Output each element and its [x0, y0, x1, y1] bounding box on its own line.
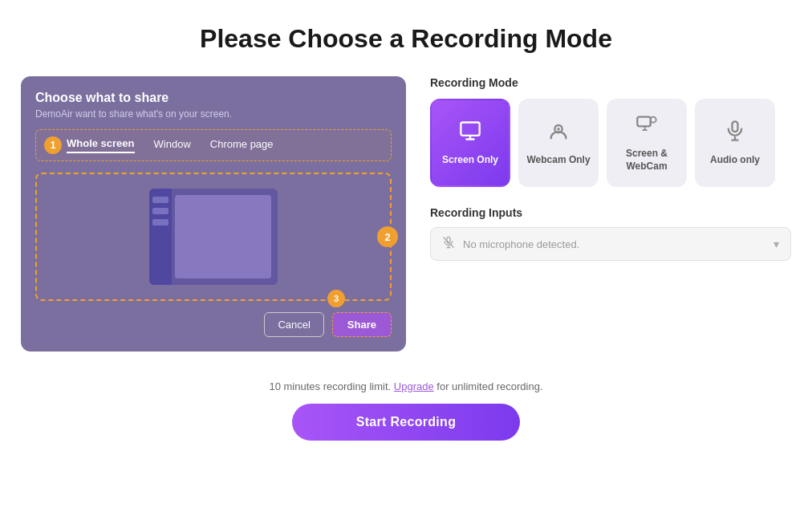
tab-chrome-page[interactable]: Chrome page [210, 138, 274, 152]
mockup-main [175, 195, 271, 278]
microphone-placeholder-text: No microphone detected. [463, 238, 579, 250]
svg-rect-5 [733, 121, 738, 132]
mode-label-webcam-only: Webcam Only [526, 154, 590, 167]
microphone-dropdown[interactable]: No microphone detected. ▾ [430, 227, 791, 261]
sidebar-line [152, 219, 168, 226]
tab-window[interactable]: Window [154, 138, 191, 152]
mic-left: No microphone detected. [442, 236, 579, 252]
limit-text-prefix: 10 minutes recording limit. [269, 380, 391, 392]
bottom-section: 10 minutes recording limit. Upgrade for … [16, 380, 796, 441]
start-recording-button[interactable]: Start Recording [292, 404, 521, 441]
tab-whole-screen[interactable]: Whole screen [67, 137, 135, 153]
recording-inputs-section: Recording Inputs No microphone detected.… [430, 206, 791, 261]
svg-rect-0 [461, 122, 479, 135]
sidebar-line [152, 208, 168, 214]
share-button[interactable]: Share [332, 312, 392, 337]
webcam-icon [547, 120, 570, 148]
screen-webcam-icon [635, 113, 658, 141]
panel-title: Choose what to share [35, 91, 392, 105]
svg-point-2 [557, 128, 560, 131]
upgrade-link[interactable]: Upgrade [394, 380, 434, 392]
right-panel: Recording Mode Screen Only [430, 76, 791, 261]
sidebar-line [152, 197, 168, 203]
microphone-icon [724, 120, 746, 148]
step2-badge: 2 [377, 226, 398, 247]
mode-card-audio-only[interactable]: Audio only [695, 99, 775, 187]
screen-mockup [149, 189, 278, 285]
step1-badge: 1 [44, 136, 62, 154]
screen-preview-area: 2 [35, 173, 392, 301]
recording-inputs-label: Recording Inputs [430, 206, 791, 219]
main-content: Choose what to share DemoAir want to sha… [21, 76, 791, 352]
limit-text: 10 minutes recording limit. Upgrade for … [16, 380, 796, 392]
mockup-sidebar [149, 189, 172, 285]
chevron-down-icon: ▾ [773, 238, 779, 250]
recording-mode-label: Recording Mode [430, 76, 791, 89]
limit-text-suffix: for unlimited recording. [436, 380, 542, 392]
mode-label-screen-only: Screen Only [442, 154, 498, 167]
mode-card-webcam-only[interactable]: Webcam Only [518, 99, 599, 187]
mode-label-audio-only: Audio only [710, 154, 760, 167]
recording-modes: Screen Only Webcam Only [430, 99, 791, 187]
svg-rect-3 [637, 117, 650, 127]
mode-card-screen-webcam[interactable]: Screen & WebCam [607, 99, 687, 187]
screen-share-panel: Choose what to share DemoAir want to sha… [21, 76, 406, 352]
tabs-row: 1 Whole screen Window Chrome page [35, 129, 392, 161]
page-title: Please Choose a Recording Mode [200, 24, 612, 54]
mode-label-screen-webcam: Screen & WebCam [608, 148, 685, 173]
mic-slash-icon [442, 236, 455, 252]
panel-subtitle: DemoAir want to share what's on your scr… [35, 108, 392, 120]
monitor-icon [459, 120, 481, 148]
step3-badge: 3 [327, 290, 345, 307]
panel-footer: 3 Cancel Share [35, 312, 392, 337]
mode-card-screen-only[interactable]: Screen Only [430, 99, 510, 187]
cancel-button[interactable]: Cancel [264, 312, 323, 337]
